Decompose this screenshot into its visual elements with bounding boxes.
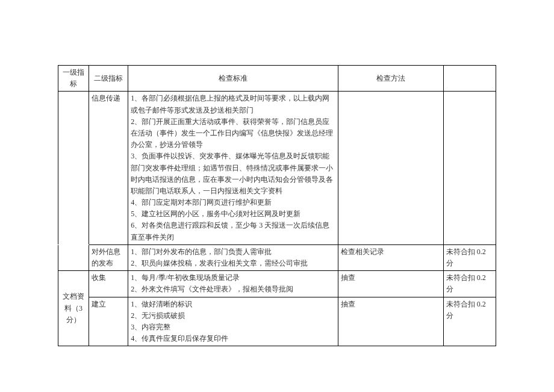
cell-standard: 1、部门对外发布的信息，部门负责人需审批2、职员向媒体投稿，发表行业相关文章，需… (128, 244, 338, 270)
cell-standard: 1、做好清晰的标识2、无污损或破损3、内容完整4、传真件应复印后保存复印件 (128, 297, 338, 346)
cell-level1 (58, 244, 89, 270)
cell-level2: 对外信息的发布 (89, 244, 128, 270)
cell-deduction: 未符合扣 0.2 分 (443, 271, 496, 297)
cell-standard: 1、各部门必须根据信息上报的格式及时间等要求，以上载内网或包子邮件等形式发送及抄… (128, 92, 338, 244)
cell-standard: 1、每月/季/年初收集现场质量记录2、外来文件填写《文件处理表》，报相关领导批阅 (128, 271, 338, 297)
table-row: 文档资料（3 分） 收集 1、每月/季/年初收集现场质量记录2、外来文件填写《文… (58, 271, 496, 297)
cell-method: 抽查 (338, 297, 443, 346)
cell-level2: 信息传递 (89, 92, 128, 244)
cell-deduction (443, 92, 496, 244)
evaluation-table: 一级指标 二级指标 检查标准 检查方法 信息传递 1、各部门必须根据信息上报的格… (58, 65, 496, 346)
table-row: 建立 1、做好清晰的标识2、无污损或破损3、内容完整4、传真件应复印后保存复印件… (58, 297, 496, 346)
header-deduction (443, 66, 496, 92)
header-row: 一级指标 二级指标 检查标准 检查方法 (58, 66, 496, 92)
cell-level1: 文档资料（3 分） (58, 271, 89, 346)
table-row: 信息传递 1、各部门必须根据信息上报的格式及时间等要求，以上载内网或包子邮件等形… (58, 92, 496, 244)
header-standard: 检查标准 (128, 66, 338, 92)
header-level2: 二级指标 (89, 66, 128, 92)
cell-method: 检查相关记录 (338, 244, 443, 270)
cell-level2: 建立 (89, 297, 128, 346)
cell-method: 抽查 (338, 271, 443, 297)
table-row: 对外信息的发布 1、部门对外发布的信息，部门负责人需审批2、职员向媒体投稿，发表… (58, 244, 496, 270)
cell-level2: 收集 (89, 271, 128, 297)
cell-deduction: 未符合扣 0.2 分 (443, 297, 496, 346)
cell-level1 (58, 92, 89, 244)
cell-method (338, 92, 443, 244)
header-level1: 一级指标 (58, 66, 89, 92)
cell-deduction: 未符合扣 0.2 分 (443, 244, 496, 270)
header-method: 检查方法 (338, 66, 443, 92)
